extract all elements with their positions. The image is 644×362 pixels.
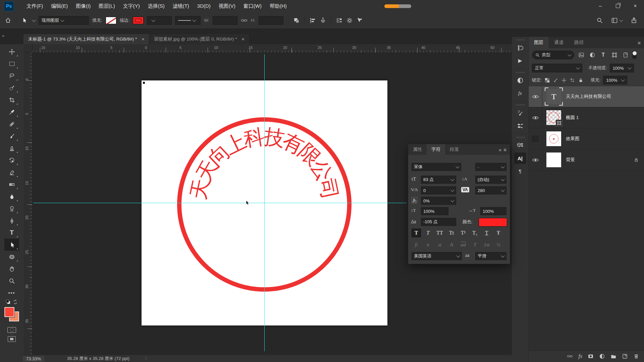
tab-paths[interactable]: 路径: [569, 37, 589, 48]
constrain-options-icon[interactable]: [336, 17, 343, 24]
ellipse-tool[interactable]: [4, 251, 19, 263]
lock-all-icon[interactable]: [578, 78, 583, 83]
home-icon[interactable]: [5, 17, 11, 24]
horizontal-scale-input[interactable]: 100%: [480, 207, 506, 215]
antialias-dropdown[interactable]: 平滑: [475, 252, 506, 260]
delete-layer-icon[interactable]: [633, 353, 639, 359]
shape-height-input[interactable]: [259, 16, 283, 25]
path-operations-icon[interactable]: [293, 17, 300, 24]
crop-tool[interactable]: [4, 94, 19, 106]
zoom-level-field[interactable]: 73.33%: [23, 356, 44, 362]
lock-transparency-icon[interactable]: [545, 78, 550, 83]
dock-grip[interactable]: [516, 72, 525, 73]
lasso-tool[interactable]: [4, 70, 19, 82]
layer-row-effect[interactable]: ★ 效果图: [529, 128, 644, 149]
hand-tool[interactable]: [4, 263, 19, 275]
font-family-dropdown[interactable]: 宋体: [412, 163, 461, 171]
link-dimensions-icon[interactable]: [241, 17, 248, 24]
new-adjustment-icon[interactable]: [599, 353, 605, 359]
panel-properties-icon[interactable]: [514, 140, 526, 151]
tracking-dropdown[interactable]: 280: [475, 186, 506, 194]
layer-filter-dropdown[interactable]: 类型: [532, 51, 574, 59]
all-caps-button[interactable]: TT: [435, 229, 444, 237]
dodge-tool[interactable]: [4, 202, 19, 215]
screen-mode-button[interactable]: [8, 336, 16, 342]
layer-name[interactable]: 背景: [566, 157, 575, 163]
font-style-dropdown[interactable]: -: [475, 163, 506, 171]
type-tool[interactable]: T: [4, 227, 19, 239]
tab-channels[interactable]: 通道: [549, 37, 569, 48]
zoom-tool[interactable]: [4, 275, 19, 287]
swash-button[interactable]: A: [447, 241, 456, 249]
tab-character[interactable]: 字符: [427, 144, 445, 155]
menu-edit[interactable]: 编辑(E): [47, 0, 72, 12]
panel-adjustments-icon[interactable]: [514, 75, 526, 86]
char-color-swatch[interactable]: [479, 218, 507, 227]
underline-button[interactable]: T: [482, 229, 491, 237]
workspace-switcher-icon[interactable]: [611, 17, 623, 24]
path-arrangement-icon[interactable]: [320, 17, 326, 24]
contextual-alternates-button[interactable]: σ: [423, 241, 433, 249]
panel-paragraph-icon[interactable]: ¶: [514, 165, 526, 177]
opacity-dropdown[interactable]: 100%: [610, 64, 634, 72]
blend-mode-dropdown[interactable]: 正常: [532, 64, 582, 72]
menu-type[interactable]: 文字(Y): [119, 0, 144, 12]
filter-type-layers-icon[interactable]: T: [599, 51, 607, 59]
kerning-dropdown[interactable]: 0: [421, 186, 456, 194]
menu-filter[interactable]: 滤镜(T): [169, 0, 193, 12]
small-caps-button[interactable]: Tt: [447, 229, 456, 237]
dock-grip[interactable]: [516, 104, 525, 106]
dock-grip[interactable]: [516, 39, 525, 41]
visibility-toggle[interactable]: [529, 149, 542, 170]
tab-paragraph[interactable]: 段落: [445, 144, 464, 155]
eraser-tool[interactable]: [4, 166, 19, 178]
document-tab-inactive[interactable]: 斑驳素材.jpg @ 100% (图层 0, RGB/8#) * ×: [149, 34, 249, 44]
menu-help[interactable]: 帮助(H): [266, 0, 291, 12]
layer-row-background[interactable]: 背景: [529, 149, 644, 171]
leading-dropdown[interactable]: (自动): [475, 176, 506, 184]
rectangular-marquee-tool[interactable]: [4, 58, 19, 70]
new-layer-icon[interactable]: [622, 353, 628, 359]
brush-tool[interactable]: [4, 130, 19, 142]
font-size-dropdown[interactable]: 83 点: [421, 176, 456, 184]
restore-button[interactable]: [609, 0, 627, 12]
ruler-vertical[interactable]: 05101520253035: [24, 53, 33, 355]
layer-name[interactable]: 天天向上科技有限公司: [566, 94, 611, 100]
layer-style-icon[interactable]: fx: [578, 353, 582, 359]
strikethrough-button[interactable]: Ŧ: [494, 229, 503, 237]
layer-thumbnail-image[interactable]: ★: [546, 131, 561, 146]
filter-toggle-switch[interactable]: [632, 51, 637, 59]
foreground-swatch[interactable]: [4, 307, 14, 317]
faux-bold-button[interactable]: T: [412, 229, 421, 237]
layer-name[interactable]: 效果图: [566, 136, 580, 142]
stroke-width-dropdown[interactable]: [147, 16, 172, 25]
dock-grip[interactable]: [516, 137, 525, 138]
menu-image[interactable]: 图像(I): [72, 0, 95, 12]
eyedropper-tool[interactable]: [4, 106, 19, 118]
filter-adjustment-layers-icon[interactable]: [588, 51, 596, 59]
spot-healing-brush-tool[interactable]: [4, 118, 19, 130]
collapse-tools-icon[interactable]: »: [0, 29, 23, 38]
swap-colors-icon[interactable]: [13, 300, 18, 304]
lock-artboard-icon[interactable]: [570, 78, 575, 83]
lock-position-icon[interactable]: [561, 78, 567, 83]
more-tools-icon[interactable]: •••: [4, 287, 19, 299]
link-layers-icon[interactable]: [567, 353, 573, 359]
target-layer-dropdown[interactable]: 现用图层: [39, 16, 89, 25]
filter-shape-layers-icon[interactable]: [610, 51, 619, 59]
new-group-icon[interactable]: [610, 353, 616, 359]
menu-layer[interactable]: 图层(L): [95, 0, 119, 12]
history-brush-tool[interactable]: [4, 154, 19, 166]
select-subject-icon[interactable]: [356, 17, 363, 24]
close-button[interactable]: ×: [627, 0, 644, 12]
menu-select[interactable]: 选择(S): [144, 0, 169, 12]
superscript-button[interactable]: T¹: [459, 229, 468, 237]
visibility-toggle[interactable]: [529, 86, 542, 107]
panel-styles-icon[interactable]: fx: [514, 87, 526, 99]
panel-character-icon[interactable]: A|: [514, 153, 526, 164]
filter-pixel-layers-icon[interactable]: [577, 51, 585, 59]
fractions-button[interactable]: ½: [494, 241, 503, 249]
quick-mask-button[interactable]: [7, 327, 16, 333]
close-tab-icon[interactable]: ×: [142, 37, 144, 42]
language-dropdown[interactable]: 美国英语: [412, 252, 462, 260]
